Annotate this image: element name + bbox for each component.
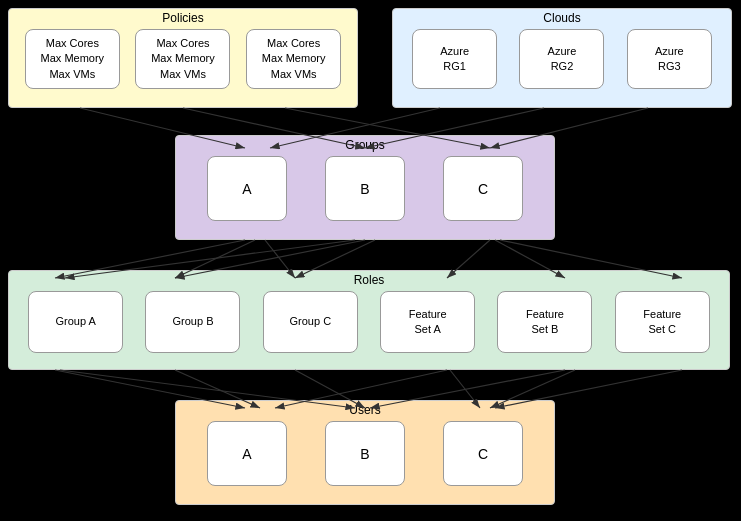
users-label: Users bbox=[176, 401, 554, 421]
groups-items: A B C bbox=[176, 156, 554, 221]
role-item-feature-a: FeatureSet A bbox=[380, 291, 475, 353]
role-item-feature-b: FeatureSet B bbox=[497, 291, 592, 353]
clouds-items: AzureRG1 AzureRG2 AzureRG3 bbox=[393, 29, 731, 89]
group-item-c: C bbox=[443, 156, 523, 221]
policies-items: Max CoresMax MemoryMax VMs Max CoresMax … bbox=[9, 29, 357, 89]
cloud-item-1: AzureRG1 bbox=[412, 29, 497, 89]
user-item-c: C bbox=[443, 421, 523, 486]
role-item-group-b: Group B bbox=[145, 291, 240, 353]
groups-section: Groups A B C bbox=[175, 135, 555, 240]
role-item-group-c: Group C bbox=[263, 291, 358, 353]
users-items: A B C bbox=[176, 421, 554, 486]
cloud-item-2: AzureRG2 bbox=[519, 29, 604, 89]
policies-section: Policies Max CoresMax MemoryMax VMs Max … bbox=[8, 8, 358, 108]
roles-section: Roles Group A Group B Group C FeatureSet… bbox=[8, 270, 730, 370]
group-item-a: A bbox=[207, 156, 287, 221]
cloud-item-3: AzureRG3 bbox=[627, 29, 712, 89]
roles-items: Group A Group B Group C FeatureSet A Fea… bbox=[9, 291, 729, 353]
user-item-a: A bbox=[207, 421, 287, 486]
diagram-container: Policies Max CoresMax MemoryMax VMs Max … bbox=[0, 0, 741, 521]
groups-label: Groups bbox=[176, 136, 554, 156]
clouds-label: Clouds bbox=[393, 9, 731, 29]
role-item-feature-c: FeatureSet C bbox=[615, 291, 710, 353]
clouds-section: Clouds AzureRG1 AzureRG2 AzureRG3 bbox=[392, 8, 732, 108]
user-item-b: B bbox=[325, 421, 405, 486]
group-item-b: B bbox=[325, 156, 405, 221]
role-item-group-a: Group A bbox=[28, 291, 123, 353]
policy-item-1: Max CoresMax MemoryMax VMs bbox=[25, 29, 120, 89]
policy-item-2: Max CoresMax MemoryMax VMs bbox=[135, 29, 230, 89]
policy-item-3: Max CoresMax MemoryMax VMs bbox=[246, 29, 341, 89]
policies-label: Policies bbox=[9, 9, 357, 29]
roles-label: Roles bbox=[9, 271, 729, 291]
users-section: Users A B C bbox=[175, 400, 555, 505]
